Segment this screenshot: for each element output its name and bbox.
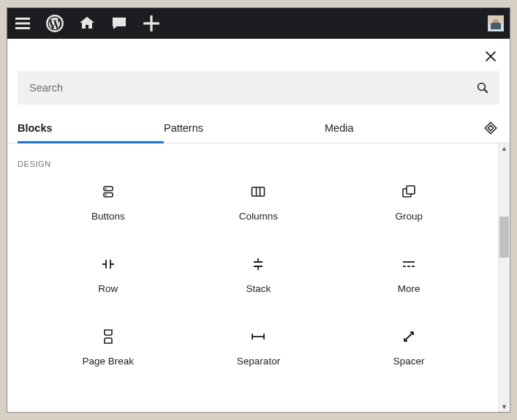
svg-rect-8 [485,122,497,134]
block-label: Separator [237,356,280,367]
blocks-scroll-area: DESIGN Buttons Columns [7,143,510,412]
svg-rect-14 [252,187,265,196]
blocks-grid: Buttons Columns Group [7,174,510,371]
pattern-explorer-icon [483,120,499,136]
block-item-page-break[interactable]: Page Break [37,323,180,371]
svg-rect-10 [104,187,113,191]
tabs-row: Blocks Patterns Media [7,113,510,143]
search-field-wrapper [18,71,499,105]
block-label: Row [98,283,118,294]
svg-line-7 [484,89,488,93]
comment-icon[interactable] [110,14,129,33]
tab-patterns[interactable]: Patterns [164,113,325,143]
svg-rect-2 [15,27,30,29]
block-inserter-panel: Blocks Patterns Media DESIGN Buttons [7,39,510,412]
scrollbar-track[interactable] [498,143,509,412]
admin-toolbar [7,8,510,39]
stack-icon [249,255,267,273]
home-icon[interactable] [78,14,97,33]
block-label: More [398,283,420,294]
block-label: Group [395,211,423,222]
page-break-icon [99,328,117,345]
block-item-spacer[interactable]: Spacer [337,323,480,371]
user-avatar[interactable] [488,15,504,31]
tabs: Blocks Patterns Media [18,113,482,143]
tab-media[interactable]: Media [325,113,442,143]
scrollbar-up-arrow[interactable]: ▲ [499,143,509,154]
buttons-icon [99,183,117,200]
close-icon [483,48,499,64]
svg-rect-1 [15,23,30,25]
pattern-explorer-button[interactable] [482,119,499,137]
hamburger-icon[interactable] [13,14,32,33]
block-item-columns[interactable]: Columns [187,179,331,226]
columns-icon [249,183,267,200]
search-icon [476,81,489,94]
block-item-group[interactable]: Group [337,179,480,226]
svg-rect-9 [488,125,493,130]
block-item-more[interactable]: More [337,251,480,299]
block-item-row[interactable]: Row [37,251,180,299]
svg-rect-5 [143,22,159,24]
svg-rect-18 [407,186,415,194]
spacer-icon [400,328,418,345]
separator-icon [249,328,267,345]
wordpress-logo-icon[interactable] [45,14,64,33]
block-item-buttons[interactable]: Buttons [37,179,180,226]
search-input[interactable] [28,81,469,94]
block-label: Stack [246,283,271,294]
svg-rect-0 [15,18,30,20]
panel-header [7,39,510,68]
tab-blocks[interactable]: Blocks [18,113,164,143]
block-label: Page Break [83,356,135,367]
block-label: Spacer [393,356,425,367]
block-label: Buttons [91,211,125,222]
block-label: Columns [239,211,278,222]
svg-point-6 [478,83,486,91]
row-icon [99,255,117,273]
scrollbar-down-arrow[interactable]: ▼ [499,402,509,412]
svg-point-13 [105,194,107,195]
group-icon [400,183,418,200]
more-icon [400,255,418,273]
search-container [7,71,510,105]
svg-rect-11 [104,193,113,198]
wp-editor-window: Blocks Patterns Media DESIGN Buttons [7,7,510,413]
svg-point-12 [105,188,107,190]
section-title-design: DESIGN [7,143,510,174]
scrollbar-thumb[interactable] [499,217,509,258]
plus-icon[interactable] [142,14,161,33]
block-item-stack[interactable]: Stack [187,251,331,299]
block-item-separator[interactable]: Separator [187,323,331,371]
close-button[interactable] [480,46,501,67]
